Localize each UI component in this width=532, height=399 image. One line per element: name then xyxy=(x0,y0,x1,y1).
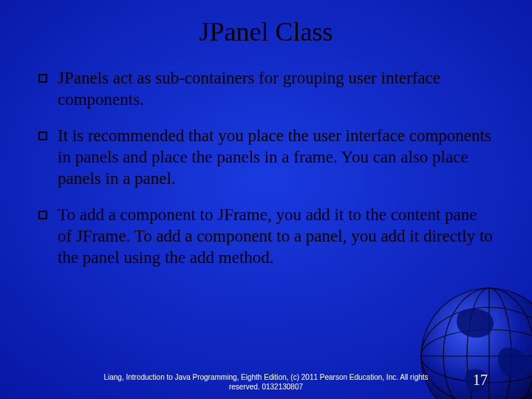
list-item: JPanels act as sub-containers for groupi… xyxy=(38,68,495,111)
footer-citation: Liang, Introduction to Java Programming,… xyxy=(0,373,532,392)
slide-body: JPanels act as sub-containers for groupi… xyxy=(0,55,532,269)
slide: JPanel Class JPanels act as sub-containe… xyxy=(0,0,532,399)
square-bullet-icon xyxy=(38,74,47,83)
bullet-text: JPanels act as sub-containers for groupi… xyxy=(58,68,495,111)
list-item: It is recommended that you place the use… xyxy=(38,126,495,190)
list-item: To add a component to JFrame, you add it… xyxy=(38,205,495,269)
bullet-text: It is recommended that you place the use… xyxy=(58,126,495,190)
square-bullet-icon xyxy=(38,211,47,219)
bullet-text: To add a component to JFrame, you add it… xyxy=(58,205,495,269)
square-bullet-icon xyxy=(38,132,47,140)
slide-title: JPanel Class xyxy=(0,0,532,55)
page-number: 17 xyxy=(473,372,488,389)
